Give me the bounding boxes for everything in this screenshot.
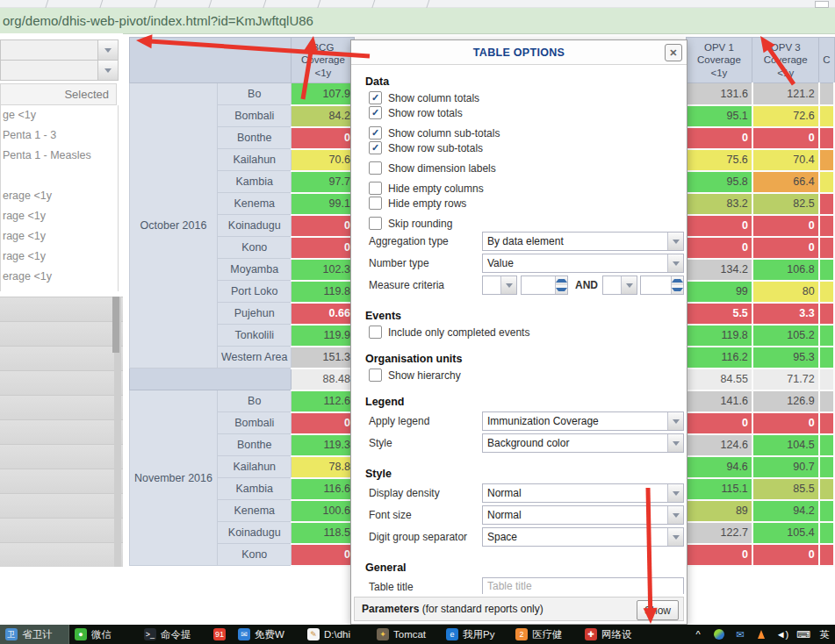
- pivot-cell-bcg[interactable]: 118.5: [292, 522, 355, 544]
- taskbar-item-health-app[interactable]: 卫省卫计: [0, 625, 69, 644]
- tray-mail-icon[interactable]: ✉: [730, 625, 751, 644]
- district-cell[interactable]: Bo: [217, 83, 292, 105]
- tray-keyboard-icon[interactable]: ⌨: [793, 625, 814, 644]
- pivot-cell-bcg[interactable]: 102.3: [292, 259, 355, 281]
- pivot-cell-bcg[interactable]: 78.8: [292, 456, 355, 478]
- district-cell[interactable]: Bonthe: [217, 434, 292, 456]
- checkbox-hide-empty-columns[interactable]: [369, 182, 382, 195]
- display-density-select[interactable]: Normal: [482, 483, 684, 503]
- pivot-cell-opv1[interactable]: 0: [686, 127, 752, 149]
- pivot-cell-opv3[interactable]: 66.4: [752, 171, 819, 193]
- district-cell[interactable]: Bo: [217, 390, 292, 412]
- pivot-cell-partial[interactable]: [819, 83, 834, 105]
- pivot-cell-partial[interactable]: [819, 544, 834, 566]
- selected-list-item[interactable]: rage <1y: [1, 206, 118, 226]
- checkbox-show-row-sub-totals[interactable]: [369, 141, 382, 154]
- period-cell[interactable]: October 2016: [130, 83, 218, 369]
- column-header-partial[interactable]: C: [819, 38, 834, 83]
- pivot-cell-opv1[interactable]: 115.1: [686, 478, 752, 500]
- chevron-down-icon[interactable]: [97, 61, 118, 80]
- pivot-cell-opv1[interactable]: 131.6: [686, 83, 752, 105]
- pivot-cell-partial[interactable]: [819, 259, 834, 281]
- pivot-cell-partial[interactable]: [819, 390, 834, 412]
- chevron-down-icon[interactable]: [621, 276, 637, 294]
- pivot-cell-opv3[interactable]: 72.6: [752, 105, 819, 127]
- pivot-cell-opv1[interactable]: 99: [686, 281, 752, 303]
- taskbar-item-terminal[interactable]: >_命令提: [139, 625, 208, 644]
- spinner-down-icon[interactable]: [556, 285, 567, 294]
- pivot-cell-bcg[interactable]: 0: [292, 544, 355, 566]
- pivot-cell-opv3[interactable]: 70.4: [752, 149, 819, 171]
- spinner-down-icon[interactable]: [672, 285, 683, 294]
- pivot-cell-partial[interactable]: [819, 149, 834, 171]
- sidebar-dropdown-1[interactable]: [0, 39, 119, 61]
- pivot-cell-opv1[interactable]: 83.2: [686, 193, 752, 215]
- pivot-cell-opv1[interactable]: 141.6: [686, 390, 752, 412]
- pivot-cell-partial[interactable]: [819, 105, 834, 127]
- chevron-down-icon[interactable]: [500, 276, 516, 294]
- pivot-cell-bcg[interactable]: 116.6: [292, 478, 355, 500]
- browser-url-bar[interactable]: org/demo/dhis-web-pivot/index.html?id=Km…: [0, 8, 835, 34]
- tray-speaker-icon[interactable]: ◄): [772, 625, 793, 644]
- pivot-cell-opv3[interactable]: 90.7: [752, 456, 819, 478]
- aggregation-type-select[interactable]: By data element: [482, 232, 684, 251]
- pivot-cell-opv3[interactable]: 121.2: [752, 83, 819, 105]
- taskbar-item-network-app[interactable]: ✚网络设: [579, 625, 649, 644]
- pivot-cell-opv3[interactable]: 0: [752, 237, 819, 259]
- chevron-down-icon[interactable]: [667, 434, 683, 452]
- pivot-cell-bcg[interactable]: 0.66: [292, 303, 355, 325]
- pivot-cell-opv3[interactable]: 106.8: [752, 259, 819, 281]
- chevron-down-icon[interactable]: [667, 506, 683, 524]
- pivot-cell-opv3[interactable]: 94.2: [752, 500, 819, 522]
- dialog-title-bar[interactable]: TABLE OPTIONS ✕: [351, 40, 687, 65]
- chevron-down-icon[interactable]: [667, 254, 683, 272]
- district-cell[interactable]: Port Loko: [217, 281, 292, 303]
- pivot-cell-partial[interactable]: [819, 347, 834, 369]
- close-icon[interactable]: ✕: [665, 44, 682, 61]
- selected-list-item[interactable]: [1, 166, 118, 186]
- chevron-down-icon[interactable]: [667, 528, 683, 546]
- checkbox-show-column-totals[interactable]: [369, 91, 382, 104]
- pivot-cell-bcg[interactable]: 84.2: [292, 105, 355, 127]
- taskbar-item-wechat[interactable]: ●微信: [69, 625, 139, 644]
- district-cell[interactable]: Koinadugu: [217, 215, 292, 237]
- selected-list-item[interactable]: rage <1y: [1, 247, 118, 267]
- option-show-column-sub-totals[interactable]: Show column sub-totals: [365, 125, 682, 140]
- pivot-cell-opv1[interactable]: 122.7: [686, 522, 752, 544]
- pivot-cell-bcg[interactable]: 100.6: [292, 500, 355, 522]
- checkbox-hide-empty-rows[interactable]: [369, 197, 382, 210]
- selected-list-item[interactable]: Penta 1 - Measles: [1, 146, 118, 166]
- district-cell[interactable]: Kailahun: [217, 456, 292, 478]
- district-cell[interactable]: Kono: [217, 544, 292, 566]
- checkbox-show-dimension-labels[interactable]: [369, 161, 382, 175]
- district-cell[interactable]: Kambia: [217, 478, 292, 500]
- taskbar-item-91[interactable]: 91: [208, 625, 233, 644]
- selected-list-item[interactable]: erage <1y: [1, 267, 118, 287]
- taskbar-item-tomcat[interactable]: ✦Tomcat: [371, 625, 441, 644]
- district-cell[interactable]: Pujehun: [217, 303, 292, 325]
- pivot-cell-opv1[interactable]: 0: [686, 412, 752, 434]
- pivot-cell-opv1[interactable]: 95.8: [686, 171, 752, 193]
- district-cell[interactable]: Kambia: [217, 171, 292, 193]
- option-show-column-totals[interactable]: Show column totals: [365, 90, 682, 105]
- tab-button[interactable]: [815, 1, 829, 8]
- district-cell[interactable]: Moyamba: [217, 259, 292, 281]
- pivot-cell-opv3[interactable]: 105.4: [752, 522, 819, 544]
- column-header-opv1[interactable]: OPV 1 Coverage <1y: [686, 38, 752, 83]
- chevron-down-icon[interactable]: [667, 484, 683, 502]
- pivot-cell-opv1[interactable]: 134.2: [686, 259, 752, 281]
- district-cell[interactable]: Tonkolili: [217, 325, 292, 347]
- selected-list-item[interactable]: ge <1y: [1, 105, 118, 125]
- pivot-cell-partial[interactable]: [819, 193, 834, 215]
- taskbar-item-medical-app[interactable]: 2医疗健: [510, 625, 579, 644]
- pivot-cell-opv3[interactable]: 95.3: [752, 347, 819, 369]
- pivot-cell-partial[interactable]: [819, 127, 834, 149]
- spinner-up-icon[interactable]: [672, 276, 683, 285]
- pivot-cell-bcg[interactable]: 119.9: [292, 325, 355, 347]
- pivot-cell-bcg[interactable]: 97.7: [292, 171, 355, 193]
- chevron-down-icon[interactable]: [97, 40, 118, 60]
- checkbox-show-hierarchy[interactable]: [369, 369, 382, 382]
- pivot-cell-opv3[interactable]: 85.5: [752, 478, 819, 500]
- pivot-cell-partial[interactable]: [819, 215, 834, 237]
- apply-legend-select[interactable]: Immunization Coverage: [482, 411, 684, 431]
